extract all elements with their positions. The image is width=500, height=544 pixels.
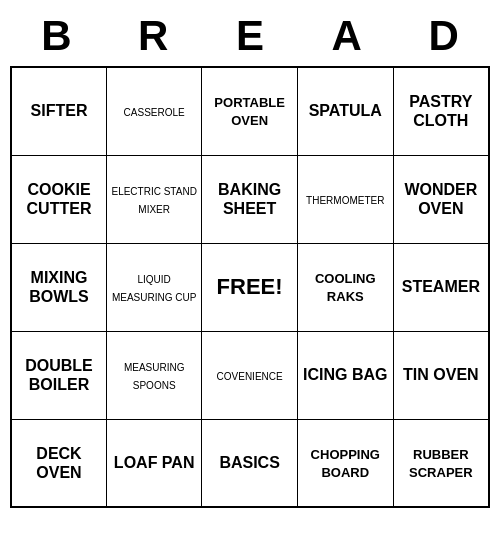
cell-text: STEAMER (402, 278, 480, 295)
bingo-cell: PASTRY CLOTH (393, 67, 489, 155)
bingo-cell: COOKIE CUTTER (11, 155, 107, 243)
bingo-cell: LOAF PAN (107, 419, 202, 507)
title-letter: D (404, 12, 484, 60)
bingo-cell: SIFTER (11, 67, 107, 155)
cell-text: THERMOMETER (306, 195, 384, 206)
bingo-cell: WONDER OVEN (393, 155, 489, 243)
bingo-cell: CASSEROLE (107, 67, 202, 155)
bingo-grid: SIFTERCASSEROLEPORTABLE OVENSPATULAPASTR… (10, 66, 490, 508)
bingo-cell: DECK OVEN (11, 419, 107, 507)
cell-text: FREE! (217, 274, 283, 299)
cell-text: PASTRY CLOTH (409, 93, 472, 129)
cell-text: RUBBER SCRAPER (409, 447, 473, 480)
cell-text: LIQUID MEASURING CUP (112, 274, 196, 303)
bingo-cell: COVENIENCE (202, 331, 298, 419)
cell-text: LOAF PAN (114, 454, 195, 471)
cell-text: CHOPPING BOARD (311, 447, 380, 480)
bingo-cell: FREE! (202, 243, 298, 331)
cell-text: MIXING BOWLS (29, 269, 89, 305)
bingo-cell: TIN OVEN (393, 331, 489, 419)
cell-text: SIFTER (31, 102, 88, 119)
title-letter: B (16, 12, 96, 60)
bingo-cell: RUBBER SCRAPER (393, 419, 489, 507)
title-letter: E (210, 12, 290, 60)
title-letter: A (307, 12, 387, 60)
title-letter: R (113, 12, 193, 60)
bingo-cell: MEASURING SPOONS (107, 331, 202, 419)
bingo-cell: BAKING SHEET (202, 155, 298, 243)
bingo-cell: MIXING BOWLS (11, 243, 107, 331)
cell-text: TIN OVEN (403, 366, 479, 383)
bingo-cell: BASICS (202, 419, 298, 507)
cell-text: CASSEROLE (124, 107, 185, 118)
bingo-cell: SPATULA (297, 67, 393, 155)
table-row: DOUBLE BOILERMEASURING SPOONSCOVENIENCEI… (11, 331, 489, 419)
table-row: DECK OVENLOAF PANBASICSCHOPPING BOARDRUB… (11, 419, 489, 507)
cell-text: COOKIE CUTTER (27, 181, 92, 217)
cell-text: WONDER OVEN (404, 181, 477, 217)
bingo-cell: ICING BAG (297, 331, 393, 419)
cell-text: ELECTRIC STAND MIXER (111, 186, 196, 215)
cell-text: ICING BAG (303, 366, 387, 383)
table-row: MIXING BOWLSLIQUID MEASURING CUPFREE!COO… (11, 243, 489, 331)
bingo-cell: CHOPPING BOARD (297, 419, 393, 507)
bingo-cell: LIQUID MEASURING CUP (107, 243, 202, 331)
table-row: SIFTERCASSEROLEPORTABLE OVENSPATULAPASTR… (11, 67, 489, 155)
table-row: COOKIE CUTTERELECTRIC STAND MIXERBAKING … (11, 155, 489, 243)
bingo-cell: THERMOMETER (297, 155, 393, 243)
bingo-cell: COOLING RAKS (297, 243, 393, 331)
cell-text: BASICS (219, 454, 279, 471)
cell-text: SPATULA (309, 102, 382, 119)
bingo-cell: STEAMER (393, 243, 489, 331)
cell-text: DECK OVEN (36, 445, 81, 481)
cell-text: DOUBLE BOILER (25, 357, 93, 393)
cell-text: MEASURING SPOONS (124, 362, 185, 391)
cell-text: PORTABLE OVEN (214, 95, 285, 128)
cell-text: BAKING SHEET (218, 181, 281, 217)
bingo-cell: ELECTRIC STAND MIXER (107, 155, 202, 243)
bingo-header: BREAD (8, 8, 492, 66)
cell-text: COOLING RAKS (315, 271, 376, 304)
bingo-cell: DOUBLE BOILER (11, 331, 107, 419)
bingo-cell: PORTABLE OVEN (202, 67, 298, 155)
cell-text: COVENIENCE (217, 371, 283, 382)
